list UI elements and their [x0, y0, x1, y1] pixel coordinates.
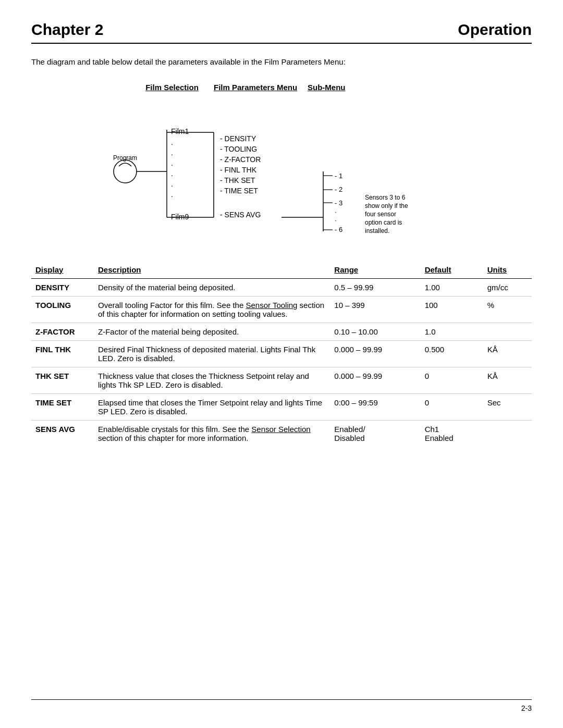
row-timeset-display: TIME SET	[31, 393, 94, 420]
sub-menu-header: Sub-Menu	[308, 83, 391, 92]
th-default: Default	[421, 263, 483, 279]
th-description: Description	[94, 263, 330, 279]
menu-thkset: - THK SET	[220, 176, 255, 184]
diagram-headers: Film Selection Film Parameters Menu Sub-…	[141, 83, 474, 92]
row-zfactor-units	[483, 323, 532, 340]
row-density-units: gm/cc	[483, 278, 532, 296]
diagram-container: Film Selection Film Parameters Menu Sub-…	[99, 83, 474, 244]
sensor-note-4: option card is	[365, 219, 402, 226]
row-timeset-units: Sec	[483, 393, 532, 420]
page-footer: 2-3	[31, 699, 532, 712]
row-sensavg-desc: Enable/disable crystals for this film. S…	[94, 420, 330, 447]
film1-label: Film1	[171, 127, 189, 135]
sensor-note-2: show only if the	[365, 202, 408, 209]
film-dot5: ·	[171, 181, 173, 190]
sensor-note-5: installed.	[365, 227, 389, 235]
row-finlthk-range: 0.000 – 99.99	[330, 340, 420, 367]
menu-timeset: - TIME SET	[220, 187, 258, 195]
row-tooling-desc: Overall tooling Factor for this film. Se…	[94, 296, 330, 323]
th-range: Range	[330, 263, 420, 279]
film-params-header: Film Parameters Menu	[203, 83, 308, 92]
table-row: SENS AVG Enable/disable crystals for thi…	[31, 420, 532, 447]
menu-sensavg: - SENS AVG	[220, 211, 261, 219]
row-zfactor-range: 0.10 – 10.00	[330, 323, 420, 340]
row-density-default: 1.00	[421, 278, 483, 296]
film-selection-header: Film Selection	[141, 83, 203, 92]
row-finlthk-desc: Desired Final Thickness of deposited mat…	[94, 340, 330, 367]
th-units: Units	[483, 263, 532, 279]
page-number: 2-3	[521, 704, 532, 712]
menu-density: - DENSITY	[220, 134, 256, 143]
sub1-label: - 1	[335, 172, 342, 180]
table-row: TOOLING Overall tooling Factor for this …	[31, 296, 532, 323]
row-timeset-range: 0:00 – 99:59	[330, 393, 420, 420]
row-tooling-display: TOOLING	[31, 296, 94, 323]
film-dot6: ·	[171, 192, 173, 200]
operation-label: Operation	[458, 21, 532, 39]
row-thkset-range: 0.000 – 99.99	[330, 367, 420, 393]
sub-dot1: ·	[335, 208, 337, 216]
sub2-label: - 2	[335, 186, 342, 193]
row-tooling-default: 100	[421, 296, 483, 323]
film-dot2: ·	[171, 150, 173, 158]
film9-label: Film9	[171, 213, 189, 221]
sensor-note-3: four sensor	[365, 211, 396, 218]
row-tooling-units: %	[483, 296, 532, 323]
page-header: Chapter 2 Operation	[31, 21, 532, 44]
row-timeset-default: 0	[421, 393, 483, 420]
row-tooling-range: 10 – 399	[330, 296, 420, 323]
sensor-tooling-link: Sensor Tooling	[246, 301, 297, 310]
film-dot4: ·	[171, 171, 173, 179]
diagram-svg: Program Film1 · · · · · ·	[99, 98, 474, 244]
row-finlthk-display: FINL THK	[31, 340, 94, 367]
parameter-table: Display Description Range Default Units …	[31, 263, 532, 447]
row-density-desc: Density of the material being deposited.	[94, 278, 330, 296]
diagram-section: Film Selection Film Parameters Menu Sub-…	[31, 83, 532, 244]
row-sensavg-default: Ch1Enabled	[421, 420, 483, 447]
row-timeset-desc: Elapsed time that closes the Timer Setpo…	[94, 393, 330, 420]
sub6-label: - 6	[335, 226, 342, 233]
row-thkset-default: 0	[421, 367, 483, 393]
row-sensavg-display: SENS AVG	[31, 420, 94, 447]
table-row: TIME SET Elapsed time that closes the Ti…	[31, 393, 532, 420]
row-zfactor-desc: Z-Factor of the material being deposited…	[94, 323, 330, 340]
row-zfactor-display: Z-FACTOR	[31, 323, 94, 340]
menu-finlthk: - FINL THK	[220, 166, 257, 174]
table-header-row: Display Description Range Default Units	[31, 263, 532, 279]
table-row: Z-FACTOR Z-Factor of the material being …	[31, 323, 532, 340]
film-dot1: ·	[171, 140, 173, 148]
row-zfactor-default: 1.0	[421, 323, 483, 340]
intro-text: The diagram and table below detail the p…	[31, 56, 532, 68]
chapter-label: Chapter 2	[31, 21, 103, 39]
row-density-range: 0.5 – 99.99	[330, 278, 420, 296]
row-density-display: DENSITY	[31, 278, 94, 296]
th-display: Display	[31, 263, 94, 279]
program-circle-indent	[119, 163, 131, 166]
sub-dot2: ·	[335, 216, 337, 224]
row-finlthk-default: 0.500	[421, 340, 483, 367]
row-thkset-desc: Thickness value that closes the Thicknes…	[94, 367, 330, 393]
menu-tooling: - TOOLING	[220, 145, 257, 153]
row-sensavg-range: Enabled/Disabled	[330, 420, 420, 447]
table-row: THK SET Thickness value that closes the …	[31, 367, 532, 393]
row-finlthk-units: KÅ	[483, 340, 532, 367]
table-row: FINL THK Desired Final Thickness of depo…	[31, 340, 532, 367]
page: Chapter 2 Operation The diagram and tabl…	[0, 0, 563, 728]
row-thkset-units: KÅ	[483, 367, 532, 393]
film-dot3: ·	[171, 161, 173, 169]
sensor-selection-link: Sensor Selection	[251, 425, 310, 434]
menu-zfactor: - Z-FACTOR	[220, 155, 261, 164]
sensor-note-1: Sensors 3 to 6	[365, 194, 406, 201]
sub3-label: - 3	[335, 199, 342, 207]
table-row: DENSITY Density of the material being de…	[31, 278, 532, 296]
row-thkset-display: THK SET	[31, 367, 94, 393]
program-label: Program	[113, 154, 137, 162]
row-sensavg-units	[483, 420, 532, 447]
